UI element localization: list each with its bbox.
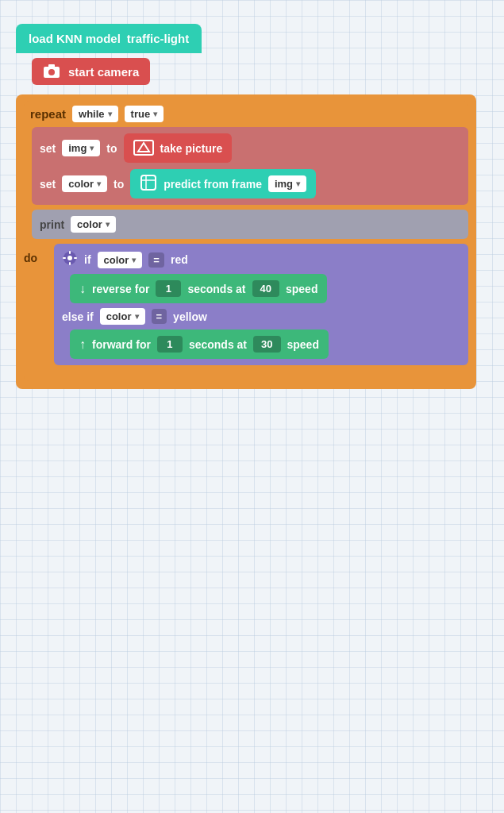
red-value: red (171, 253, 188, 266)
equals-sign-1: = (148, 252, 164, 268)
svg-rect-2 (48, 64, 55, 67)
speed-label-1: speed (286, 283, 317, 295)
print-label: print (40, 218, 64, 231)
if-label: if (84, 253, 91, 266)
svg-rect-12 (63, 257, 66, 259)
to-label-2: to (113, 178, 124, 191)
color-dropdown-print[interactable]: color (71, 216, 116, 233)
set-color-row: set color to predict from frame img (40, 169, 460, 198)
camera-icon (43, 64, 60, 79)
do-side-label: do (24, 244, 43, 264)
reverse-speed: 40 (252, 280, 279, 297)
svg-rect-10 (69, 251, 71, 254)
svg-rect-5 (141, 175, 156, 190)
do-reverse-row: ↓ reverse for 1 seconds at 40 speed (70, 274, 460, 303)
svg-rect-11 (69, 262, 71, 265)
arrow-down-icon: ↓ (79, 282, 86, 296)
repeat-while-wrapper: repeat while true set img to take pictur… (16, 94, 476, 389)
photo-icon (133, 138, 154, 158)
take-picture-label: take picture (160, 142, 223, 155)
predict-block: predict from frame img (130, 169, 316, 198)
svg-rect-13 (74, 257, 77, 259)
equals-sign-2: = (152, 309, 167, 324)
seconds-label-1: seconds at (187, 283, 245, 295)
repeat-label: repeat (30, 107, 66, 121)
yellow-value: yellow (173, 310, 207, 323)
reverse-seconds: 1 (156, 280, 181, 297)
img-dropdown-2[interactable]: img (268, 175, 306, 192)
set-label-1: set (40, 142, 56, 155)
to-label-1: to (106, 142, 117, 155)
forward-label: forward for (92, 338, 151, 351)
inner-pink-block: set img to take picture set color to (32, 127, 468, 205)
color-dropdown-else-if[interactable]: color (100, 308, 145, 325)
do-wrapper: if color = red ↓ reverse for 1 seconds a… (54, 244, 468, 365)
predict-label: predict from frame (164, 178, 262, 191)
svg-point-9 (67, 256, 72, 260)
color-dropdown-1[interactable]: color (62, 175, 107, 192)
img-dropdown[interactable]: img (62, 140, 100, 156)
seconds-label-2: seconds at (189, 338, 247, 351)
reverse-label: reverse for (92, 283, 149, 295)
speed-label-2: speed (287, 338, 319, 351)
load-knn-block: load KNN model traffic-light (16, 24, 202, 53)
if-row: if color = red (62, 250, 460, 269)
start-camera-label: start camera (68, 65, 139, 79)
model-name-value: traffic-light (127, 32, 189, 45)
forward-speed: 30 (253, 336, 280, 353)
else-if-label: else if (62, 310, 94, 323)
color-dropdown-if[interactable]: color (98, 252, 143, 268)
repeat-row: repeat while true (24, 101, 468, 127)
print-block: print color (32, 210, 468, 239)
while-dropdown[interactable]: while (72, 106, 118, 122)
do-outer: do if color = red ↓ reverse for (24, 244, 468, 365)
do-forward-row: ↑ forward for 1 seconds at 30 speed (70, 329, 460, 359)
forward-block: ↑ forward for 1 seconds at 30 speed (70, 329, 329, 359)
start-camera-block: start camera (32, 58, 150, 85)
true-dropdown[interactable]: true (125, 106, 164, 122)
cube-icon (140, 174, 157, 194)
main-container: load KNN model traffic-light start camer… (8, 16, 496, 397)
svg-marker-4 (138, 143, 149, 152)
closing-footer (24, 368, 87, 381)
set-img-row: set img to take picture (40, 133, 460, 163)
svg-point-1 (48, 69, 55, 75)
gear-icon (62, 250, 78, 269)
take-picture-block: take picture (124, 133, 233, 163)
arrow-up-icon: ↑ (79, 337, 86, 352)
else-if-row: else if color = yellow (62, 308, 460, 325)
forward-seconds: 1 (157, 336, 183, 353)
set-label-2: set (40, 178, 56, 191)
load-knn-label: load KNN model (29, 32, 121, 45)
reverse-block: ↓ reverse for 1 seconds at 40 speed (70, 274, 327, 303)
